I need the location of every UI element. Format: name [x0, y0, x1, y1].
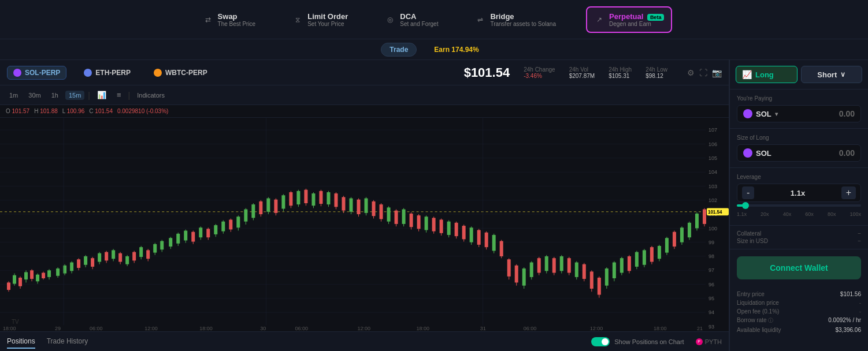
leverage-slider-thumb[interactable] [742, 202, 749, 209]
paying-token-name[interactable]: SOL ▾ [756, 110, 778, 118]
symbol-wbtc-perp[interactable]: WBTC-PERP [148, 66, 213, 79]
wbtc-perp-label: WBTC-PERP [165, 69, 207, 77]
svg-rect-137 [380, 204, 383, 219]
svg-rect-173 [515, 266, 518, 283]
change-stat: 24h Change -3.46% [524, 66, 555, 79]
wbtc-icon [154, 69, 162, 77]
svg-rect-101 [244, 210, 247, 222]
svg-rect-89 [199, 227, 202, 237]
svg-text:12:00: 12:00 [590, 326, 603, 331]
snapshot-icon[interactable]: 📷 [712, 68, 722, 77]
toggle-switch[interactable] [591, 337, 610, 346]
entry-price-row: Entry price $101.56 [737, 291, 861, 297]
long-button[interactable]: 📈 Long [736, 66, 797, 83]
swap-title: Swap [218, 12, 256, 21]
settings-icon[interactable]: ⚙ [687, 68, 695, 77]
svg-rect-201 [620, 258, 624, 272]
svg-text:103: 103 [709, 183, 717, 189]
svg-rect-59 [91, 258, 94, 267]
svg-text:107: 107 [709, 127, 717, 133]
vol-value: $207.87M [569, 73, 595, 79]
tf-1m[interactable]: 1m [6, 91, 21, 100]
trade-history-tab[interactable]: Trade History [47, 335, 88, 349]
svg-rect-145 [410, 214, 413, 227]
svg-rect-221 [695, 214, 699, 228]
entry-price-value: $101.56 [840, 291, 861, 297]
svg-rect-213 [665, 238, 669, 252]
svg-text:12:00: 12:00 [144, 326, 158, 331]
svg-rect-157 [455, 223, 458, 236]
collateral-section: Collateral − Size in USD − [730, 226, 868, 249]
svg-rect-73 [139, 247, 143, 257]
collateral-label: Collateral [737, 230, 761, 237]
show-positions-label: Show Positions on Chart [614, 338, 684, 345]
svg-rect-223 [703, 210, 706, 224]
symbol-sol-perp[interactable]: SOL-PERP [7, 66, 66, 80]
sub-nav: Trade Earn 174.94% [0, 39, 868, 60]
svg-text:99: 99 [709, 240, 714, 245]
svg-rect-207 [643, 250, 646, 264]
paying-label: You're Paying [737, 95, 861, 102]
bar-type-btn[interactable]: ≡ [113, 89, 125, 100]
tf-15m[interactable]: 15m [65, 91, 84, 100]
svg-rect-77 [153, 244, 157, 253]
candle-type-btn[interactable]: 📊 [94, 89, 110, 100]
size-token-name: SOL [756, 149, 771, 158]
size-label: Size of Long [737, 135, 861, 141]
svg-rect-181 [545, 256, 548, 271]
svg-text:93: 93 [709, 323, 714, 329]
svg-rect-189 [575, 263, 578, 277]
earn-button[interactable]: Earn 174.94% [426, 43, 487, 56]
svg-rect-107 [266, 199, 270, 212]
size-usd-label: Size in USD [737, 238, 768, 244]
size-input-row[interactable]: SOL 0.00 [737, 144, 861, 162]
svg-rect-169 [500, 241, 503, 256]
symbol-eth-perp[interactable]: ETH-PERP [78, 66, 136, 79]
leverage-value: 1.1x [756, 189, 839, 197]
nav-perpetual[interactable]: ↗ Perpetual Beta Degen and Earn [586, 6, 672, 33]
svg-text:97: 97 [709, 267, 714, 273]
svg-rect-167 [492, 235, 496, 251]
vol-stat: 24h Vol $207.87M [569, 66, 595, 79]
svg-text:100: 100 [709, 225, 717, 231]
trade-button[interactable]: Trade [381, 43, 417, 57]
nav-swap[interactable]: ⇄ Swap The Best Price [196, 8, 263, 32]
connect-wallet-button[interactable]: Connect Wallet [737, 256, 861, 279]
nav-limit[interactable]: ⧖ Limit Order Set Your Price [285, 8, 355, 32]
positions-tab[interactable]: Positions [7, 335, 35, 349]
svg-rect-93 [214, 225, 217, 234]
nav-dca[interactable]: ◎ DCA Set and Forget [378, 8, 445, 32]
svg-rect-163 [477, 230, 481, 245]
svg-text:29: 29 [55, 326, 61, 331]
svg-rect-175 [522, 268, 526, 286]
indicators-button[interactable]: Indicators [133, 91, 168, 100]
fullscreen-icon[interactable]: ⛶ [699, 68, 707, 77]
svg-text:98: 98 [709, 253, 714, 259]
svg-rect-109 [274, 200, 277, 213]
tf-1h[interactable]: 1h [48, 91, 62, 100]
leverage-minus-btn[interactable]: - [742, 186, 754, 199]
borrow-rate-value: 0.0092% / hr [828, 317, 861, 324]
tf-30m[interactable]: 30m [25, 91, 44, 100]
svg-text:21: 21 [697, 326, 703, 331]
svg-rect-41 [30, 270, 34, 279]
leverage-plus-btn[interactable]: + [841, 186, 856, 199]
bottom-bar: Positions Trade History Show Positions o… [0, 331, 729, 351]
svg-rect-103 [251, 204, 255, 218]
svg-rect-71 [132, 252, 136, 261]
leverage-marks: 1.1x 20x 40x 60x 80x 100x [737, 209, 861, 219]
nav-bridge[interactable]: ⇌ Bridge Transfer assets to Solana [468, 8, 563, 32]
svg-rect-43 [36, 275, 39, 282]
svg-rect-45 [42, 273, 45, 279]
open-fee-label: Open fee (0.1%) [737, 308, 779, 315]
short-button[interactable]: Short ∨ [801, 66, 863, 83]
bridge-icon: ⇌ [475, 14, 485, 25]
paying-input-row[interactable]: SOL ▾ 0.00 [737, 105, 861, 122]
svg-rect-199 [613, 263, 616, 278]
svg-rect-87 [191, 232, 195, 242]
ohlc-close: C 101.54 [89, 108, 113, 114]
size-section: Size of Long SOL 0.00 [730, 129, 868, 168]
leverage-slider-track[interactable] [737, 204, 861, 207]
candlestick-chart: 107 106 105 104 103 102 101 100 99 98 97… [0, 118, 729, 331]
svg-text:94: 94 [709, 309, 714, 315]
